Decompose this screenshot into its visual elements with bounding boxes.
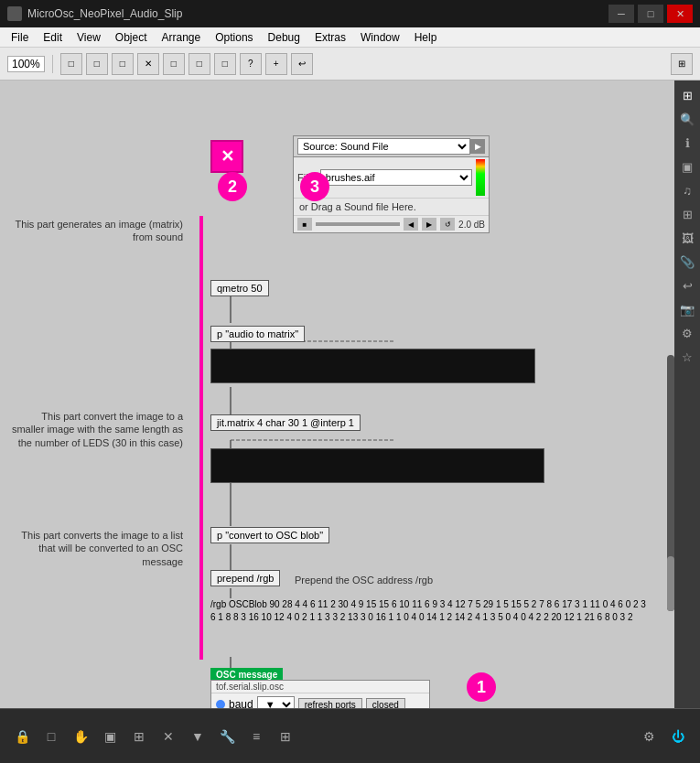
loop-button[interactable]: ↺ [440, 218, 455, 231]
sidebar-icon-mixer[interactable]: ⚙ [678, 324, 696, 342]
toolbar: 100% □ □ □ ✕ □ □ □ ? + ↩ ⊞ [0, 48, 700, 81]
menu-arrange[interactable]: Arrange [155, 29, 209, 46]
sidebar-icon-star[interactable]: ☆ [678, 348, 696, 366]
bottom-grid-icon[interactable]: ⊞ [128, 725, 150, 747]
toolbar-separator [52, 55, 53, 73]
bottom-cursor-icon[interactable]: 🔧 [216, 725, 238, 747]
toolbar-btn-8[interactable]: ? [240, 53, 262, 75]
toolbar-btn-3[interactable]: □ [112, 53, 134, 75]
source-toggle-btn[interactable]: ▶ [470, 139, 485, 154]
audio-to-matrix-object[interactable]: p "audio to matrix" [210, 326, 305, 342]
jit-matrix-object[interactable]: jit.matrix 4 char 30 1 @interp 1 [210, 414, 361, 431]
baud-row: baud ▼ refresh ports closed [211, 693, 429, 708]
menu-options[interactable]: Options [208, 29, 260, 46]
toolbar-btn-6[interactable]: □ [188, 53, 210, 75]
menu-edit[interactable]: Edit [36, 29, 70, 46]
maximize-button[interactable]: □ [638, 5, 663, 23]
app-icon [7, 6, 22, 21]
toolbar-btn-4[interactable]: ✕ [137, 53, 159, 75]
closed-button[interactable]: closed [366, 698, 405, 709]
sidebar-icon-display[interactable]: ▣ [678, 157, 696, 176]
vertical-slider-thumb[interactable] [667, 556, 674, 611]
minimize-button[interactable]: ─ [608, 5, 634, 23]
toolbar-btn-add[interactable]: + [265, 53, 287, 75]
serial-box: tof.serial.slip.osc baud ▼ refresh ports… [210, 680, 430, 708]
refresh-ports-button[interactable]: refresh ports [298, 698, 362, 709]
drag-area: or Drag a Sound file Here. [294, 198, 489, 215]
menu-help[interactable]: Help [407, 29, 445, 46]
prepend-object[interactable]: prepend /rgb [210, 570, 280, 586]
sound-source-header: Source: Sound File ▶ [294, 136, 489, 157]
zoom-level[interactable]: 100% [7, 56, 45, 72]
sidebar-icon-dots[interactable]: ⊞ [678, 205, 696, 223]
bottom-settings-icon[interactable]: ⚙ [638, 725, 660, 747]
title-bar: MicroOsc_NeoPixel_Audio_Slip ─ □ ✕ [0, 0, 700, 27]
menu-debug[interactable]: Debug [261, 29, 307, 46]
playback-slider[interactable] [316, 222, 400, 226]
title-bar-controls: ─ □ ✕ [608, 5, 693, 23]
volume-meter [476, 159, 485, 196]
bottom-list-icon[interactable]: ≡ [245, 725, 267, 747]
prepend-tooltip: Prepend the OSC address /rgb [295, 575, 433, 586]
bottom-select-icon[interactable]: □ [40, 725, 62, 747]
convert-osc-object[interactable]: p "convert to OSC blob" [210, 527, 329, 543]
qmetro-object[interactable]: qmetro 50 [210, 280, 269, 296]
bottom-apps-icon[interactable]: ⊞ [275, 725, 296, 747]
right-sidebar: ⊞ 🔍 ℹ ▣ ♫ ⊞ 🖼 📎 ↩ 📷 ⚙ ☆ [674, 81, 700, 708]
transport-row: ■ ◀ ▶ ↺ 2.0 dB [294, 215, 489, 232]
db-value: 2.0 dB [458, 220, 485, 230]
bottom-group-icon[interactable]: ▣ [99, 725, 121, 747]
source-dropdown[interactable]: Source: Sound File [297, 138, 470, 155]
matrix-display-2 [210, 448, 544, 483]
main-canvas: This part generates an image (matrix) fr… [0, 81, 700, 708]
toolbar-btn-grid[interactable]: ⊞ [671, 53, 693, 75]
toolbar-btn-2[interactable]: □ [86, 53, 108, 75]
sidebar-icon-search[interactable]: 🔍 [678, 110, 696, 128]
sidebar-icon-info[interactable]: ℹ [678, 134, 696, 152]
sidebar-icon-grid[interactable]: ⊞ [678, 86, 696, 104]
toggle-button[interactable]: ✕ [210, 140, 243, 173]
bottom-toolbar: 🔒 □ ✋ ▣ ⊞ ✕ ▼ 🔧 ≡ ⊞ ⚙ ⏻ [0, 708, 700, 763]
menu-object[interactable]: Object [108, 29, 155, 46]
sidebar-icon-arrow[interactable]: ↩ [678, 276, 696, 295]
annotation-3: This part converts the image to a list t… [9, 529, 183, 568]
bottom-lock-icon[interactable]: 🔒 [11, 725, 33, 747]
baud-indicator [216, 700, 225, 708]
badge-3: 3 [300, 172, 329, 201]
badge-1: 1 [467, 672, 496, 702]
sidebar-icon-clip[interactable]: 📎 [678, 253, 696, 271]
close-button[interactable]: ✕ [667, 5, 693, 23]
osc-text-blob: /rgb OSCBlob 90 28 4 4 6 11 2 30 4 9 15 … [210, 598, 650, 624]
baud-dropdown[interactable]: ▼ [257, 696, 295, 708]
sound-file-dropdown[interactable]: brushes.aif [320, 169, 472, 186]
annotation-2: This part convert the image to a smaller… [9, 410, 183, 449]
menu-file[interactable]: File [4, 29, 36, 46]
next-button[interactable]: ▶ [422, 218, 436, 231]
bottom-down-icon[interactable]: ▼ [187, 725, 209, 747]
matrix-display-1 [210, 349, 535, 383]
title-bar-left: MicroOsc_NeoPixel_Audio_Slip [7, 6, 182, 21]
annotation-1: This part generates an image (matrix) fr… [9, 218, 183, 244]
toolbar-btn-7[interactable]: □ [214, 53, 236, 75]
vertical-slider-track [667, 355, 674, 611]
toolbar-btn-1[interactable]: □ [60, 53, 82, 75]
menu-bar: File Edit View Object Arrange Options De… [0, 27, 700, 48]
window-title: MicroOsc_NeoPixel_Audio_Slip [27, 7, 182, 20]
tof-label: tof.serial.slip.osc [211, 681, 429, 693]
bottom-hand-icon[interactable]: ✋ [70, 725, 92, 747]
stop-button[interactable]: ■ [297, 218, 312, 231]
bottom-arrow-icon[interactable]: ✕ [157, 725, 179, 747]
pink-bar-1 [199, 216, 203, 518]
sidebar-icon-camera[interactable]: 📷 [678, 300, 696, 318]
sidebar-icon-music[interactable]: ♫ [678, 181, 696, 199]
sidebar-icon-image[interactable]: 🖼 [678, 229, 696, 247]
toolbar-btn-undo[interactable]: ↩ [291, 53, 313, 75]
toolbar-btn-5[interactable]: □ [163, 53, 185, 75]
pink-bar-2 [199, 518, 203, 660]
menu-view[interactable]: View [70, 29, 108, 46]
menu-window[interactable]: Window [353, 29, 407, 46]
prev-button[interactable]: ◀ [404, 218, 418, 231]
bottom-power-icon[interactable]: ⏻ [667, 725, 689, 747]
baud-label: baud [229, 698, 253, 708]
menu-extras[interactable]: Extras [307, 29, 353, 46]
